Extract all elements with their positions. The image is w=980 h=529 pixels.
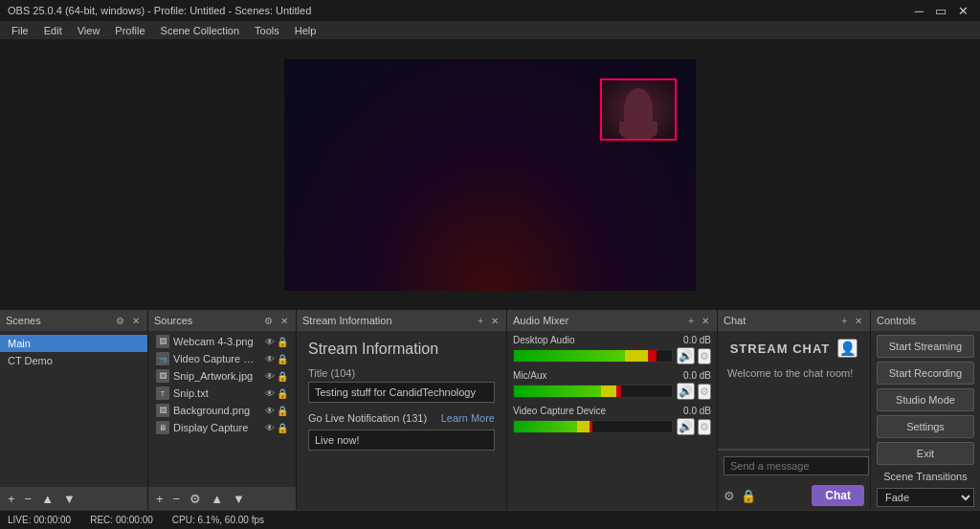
title-label: Title (104)	[308, 367, 495, 379]
main-area: Scenes ⚙ ✕ Main CT Demo + −	[0, 40, 980, 529]
sources-down-button[interactable]: ▼	[229, 489, 249, 508]
mic-meter-yellow	[601, 386, 617, 397]
chat-content-area: STREAM CHAT 👤 Welcome to the chat room!	[718, 331, 870, 449]
scenes-add-button[interactable]: +	[4, 489, 19, 508]
source-lock-button[interactable]: 🔒	[277, 388, 288, 399]
source-eye-button[interactable]: 👁	[265, 337, 275, 347]
source-item-snip-artwork[interactable]: 🖼 Snip_Artwork.jpg 👁 🔒	[148, 367, 296, 385]
source-item-video-capture[interactable]: 📹 Video Capture Device 👁 🔒	[148, 350, 296, 367]
audio-close-icon[interactable]: ✕	[700, 316, 711, 326]
chat-lock-button[interactable]: 🔒	[741, 489, 756, 503]
chat-close-icon[interactable]: ✕	[853, 316, 864, 326]
stream-info-close-icon[interactable]: ✕	[489, 316, 501, 326]
learn-more-link[interactable]: Learn More	[441, 412, 495, 424]
video-capture-mute-button[interactable]: 🔊	[677, 418, 695, 435]
start-streaming-button[interactable]: Start Streaming	[877, 335, 974, 358]
audio-settings-icon[interactable]: +	[686, 316, 696, 326]
controls-panel: Controls Start Streaming Start Recording…	[871, 310, 980, 510]
audio-channels: Desktop Audio 0.0 dB	[507, 331, 717, 445]
source-eye-button[interactable]: 👁	[265, 406, 275, 416]
mic-gear-button[interactable]: ⚙	[698, 384, 711, 400]
title-bar: OBS 25.0.4 (64-bit, windows) - Profile: …	[0, 0, 980, 21]
bottom-panels: Scenes ⚙ ✕ Main CT Demo + −	[0, 309, 980, 510]
sources-up-button[interactable]: ▲	[207, 489, 227, 508]
source-item-background[interactable]: 🖼 Background.png 👁 🔒	[148, 402, 296, 419]
mic-meter-green	[514, 386, 601, 397]
transition-select[interactable]: Fade	[877, 488, 974, 507]
desktop-meter-row: 🔊 ⚙	[513, 347, 711, 364]
close-button[interactable]: ✕	[954, 4, 972, 18]
scenes-close-icon[interactable]: ✕	[130, 316, 142, 326]
source-eye-button[interactable]: 👁	[265, 388, 275, 399]
source-eye-button[interactable]: 👁	[265, 371, 275, 382]
video-capture-audio-db: 0.0 dB	[683, 406, 711, 416]
sources-panel: Sources ⚙ ✕ 🖼 Webcam 4-3.png 👁 🔒	[148, 310, 297, 510]
stream-info-form: Stream Information Title (104) Go Live N…	[297, 331, 506, 460]
scenes-settings-icon[interactable]: ⚙	[114, 316, 126, 326]
source-item-snip-txt[interactable]: T Snip.txt 👁 🔒	[148, 385, 296, 402]
controls-panel-title: Controls	[877, 315, 916, 326]
window-title: OBS 25.0.4 (64-bit, windows) - Profile: …	[8, 5, 311, 16]
chat-bottom-icons: ⚙ 🔒	[724, 489, 756, 503]
title-input[interactable]	[308, 382, 495, 403]
source-lock-button[interactable]: 🔒	[277, 371, 288, 382]
menu-file[interactable]: File	[4, 21, 36, 39]
audio-mixer-panel: Audio Mixer + ✕ Desktop Audio 0.0 dB	[507, 310, 718, 510]
scenes-list-content: Main CT Demo	[0, 331, 147, 487]
desktop-gear-button[interactable]: ⚙	[698, 348, 711, 364]
settings-button[interactable]: Settings	[877, 415, 974, 438]
start-recording-button[interactable]: Start Recording	[877, 362, 974, 385]
studio-mode-button[interactable]: Studio Mode	[877, 388, 974, 411]
stream-chat-label: STREAM CHAT	[730, 342, 831, 356]
video-capture-gear-button[interactable]: ⚙	[698, 419, 711, 435]
stream-info-settings-icon[interactable]: +	[476, 316, 485, 326]
desktop-audio-meter	[513, 349, 673, 363]
chat-panel-title: Chat	[724, 315, 746, 326]
chat-message-input[interactable]	[724, 456, 869, 475]
chat-user-icon-button[interactable]: 👤	[837, 339, 858, 358]
webcam-content	[602, 80, 675, 139]
source-controls-video: 👁 🔒	[265, 354, 288, 364]
menu-scene-collection[interactable]: Scene Collection	[153, 21, 248, 39]
source-icon-image: 🖼	[156, 404, 169, 417]
menu-view[interactable]: View	[70, 21, 108, 39]
audio-panel-header: Audio Mixer + ✕	[507, 310, 717, 331]
exit-button[interactable]: Exit	[877, 442, 974, 465]
scene-item-main[interactable]: Main	[0, 335, 147, 352]
sources-close-icon[interactable]: ✕	[278, 316, 290, 326]
chat-settings-icon[interactable]: +	[839, 316, 849, 326]
stream-info-panel-header: Stream Information + ✕	[297, 310, 506, 331]
menu-tools[interactable]: Tools	[247, 21, 287, 39]
source-item-display[interactable]: 🖥 Display Capture 👁 🔒	[148, 419, 296, 436]
source-lock-button[interactable]: 🔒	[277, 406, 288, 416]
scenes-footer: + − ▲ ▼	[0, 487, 147, 510]
sources-settings-icon[interactable]: ⚙	[262, 316, 275, 326]
maximize-button[interactable]: ▭	[931, 4, 950, 18]
scenes-remove-button[interactable]: −	[21, 489, 36, 508]
source-eye-button[interactable]: 👁	[265, 423, 275, 433]
desktop-mute-button[interactable]: 🔊	[677, 347, 695, 364]
sources-settings-button[interactable]: ⚙	[186, 489, 205, 508]
source-lock-button[interactable]: 🔒	[277, 354, 288, 364]
scenes-down-button[interactable]: ▼	[59, 489, 79, 508]
menu-edit[interactable]: Edit	[36, 21, 70, 39]
menu-help[interactable]: Help	[287, 21, 324, 39]
source-item-webcam[interactable]: 🖼 Webcam 4-3.png 👁 🔒	[148, 333, 296, 350]
scene-item-ctdemo[interactable]: CT Demo	[0, 352, 147, 369]
preview-canvas	[284, 59, 696, 291]
audio-panel-icons: + ✕	[686, 316, 711, 326]
chat-send-button[interactable]: Chat	[812, 485, 864, 506]
chat-settings-gear-button[interactable]: ⚙	[724, 489, 735, 503]
mic-audio-meter	[513, 385, 673, 398]
source-lock-button[interactable]: 🔒	[277, 423, 288, 433]
sources-remove-button[interactable]: −	[169, 489, 185, 508]
source-eye-button[interactable]: 👁	[265, 354, 275, 364]
scenes-up-button[interactable]: ▲	[37, 489, 57, 508]
chat-bottom-row: ⚙ 🔒 Chat	[718, 481, 870, 510]
sources-add-button[interactable]: +	[152, 489, 167, 508]
source-lock-button[interactable]: 🔒	[277, 337, 288, 347]
mic-mute-button[interactable]: 🔊	[677, 383, 695, 400]
minimize-button[interactable]: ─	[911, 4, 927, 18]
live-now-input[interactable]	[308, 430, 495, 451]
menu-profile[interactable]: Profile	[107, 21, 152, 39]
